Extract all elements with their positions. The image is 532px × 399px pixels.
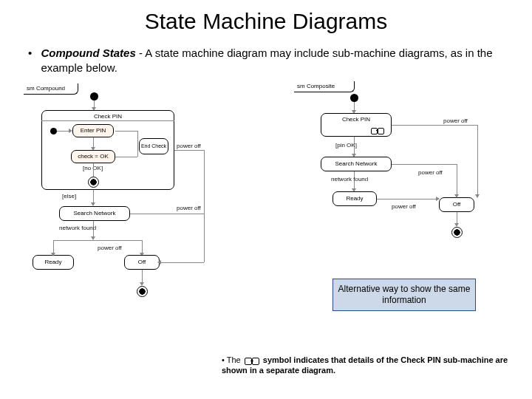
bullet-compound-states: • Compound States - A state machine diag… <box>0 34 532 81</box>
right-initial-state <box>350 94 358 102</box>
state-check-ok: check = OK <box>71 150 115 163</box>
state-ready-right: Ready <box>332 191 377 206</box>
left-initial-state <box>90 92 98 100</box>
guard-else2: [else] <box>62 193 76 200</box>
state-check-pin-right-label: Check PIN <box>342 116 370 123</box>
composite-indicator-icon <box>371 128 384 134</box>
footnote-pre: The <box>227 355 243 364</box>
label-network-found-left: network found <box>59 225 96 231</box>
left-inner-initial <box>50 128 57 134</box>
right-final-state <box>451 227 463 238</box>
guard-pin-ok: [pin OK] <box>335 142 357 149</box>
state-enter-pin: Enter PIN <box>72 124 114 137</box>
label-power-off-left-1: power off <box>98 245 122 251</box>
state-check-pin-label: Check PIN <box>94 113 122 120</box>
right-frame-label: sm Composite <box>294 81 355 92</box>
bullet-dot: • <box>28 46 38 61</box>
composite-symbol-icon <box>245 358 259 364</box>
label-power-off-left-3: power off <box>177 143 201 149</box>
state-search-network-right: Search Network <box>321 157 392 171</box>
state-search-network-left: Search Network <box>59 206 130 221</box>
left-final-state <box>137 286 148 297</box>
callout-box: Alternative way to show the same informa… <box>332 279 476 311</box>
label-power-off-left-2: power off <box>177 205 201 211</box>
page-title: State Machine Diagrams <box>0 0 532 34</box>
label-power-off-right-3: power off <box>392 203 416 210</box>
bullet-key: Compound States <box>41 47 135 59</box>
state-end-check: End Check <box>139 138 168 154</box>
state-off-left: Off <box>124 255 160 270</box>
diagram-area: sm Compound Check PIN Enter PIN check = … <box>0 83 532 313</box>
footnote-post: symbol indicates that details of the Che… <box>222 355 508 375</box>
label-power-off-right-1: power off <box>443 117 468 124</box>
state-off-right: Off <box>439 197 474 212</box>
footnote: • The symbol indicates that details of t… <box>222 355 510 376</box>
label-network-found-right: network found <box>331 176 368 183</box>
label-power-off-right-2: power off <box>418 169 443 176</box>
left-frame-label: sm Compound <box>24 83 78 95</box>
state-ready-left: Ready <box>33 255 74 270</box>
left-inner-final <box>88 177 99 188</box>
